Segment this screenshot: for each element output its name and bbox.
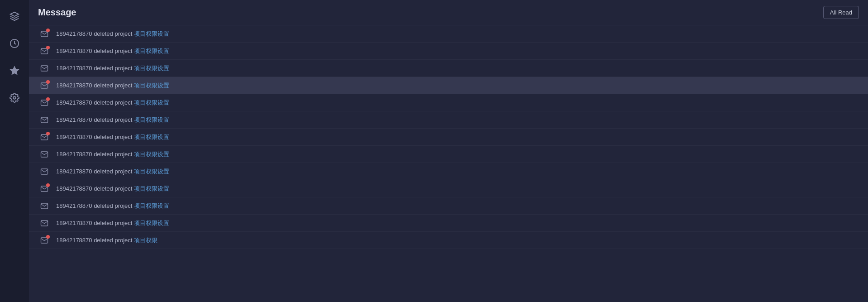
message-icon-wrap (38, 234, 51, 247)
message-icon-wrap (38, 131, 51, 144)
message-text: 18942178870 deleted project 项目权限设置 (56, 64, 169, 72)
message-row[interactable]: 18942178870 deleted project 项目权限设置 (29, 77, 868, 94)
message-link[interactable]: 项目权限设置 (134, 30, 169, 37)
message-row[interactable]: 18942178870 deleted project 项目权限设置 (29, 197, 868, 215)
message-row[interactable]: 18942178870 deleted project 项目权限设置 (29, 111, 868, 129)
message-text: 18942178870 deleted project 项目权限设置 (56, 116, 169, 124)
page-title: Message (38, 7, 76, 18)
message-icon-wrap (38, 182, 51, 195)
message-row[interactable]: 18942178870 deleted project 项目权限 (29, 232, 868, 249)
message-icon-wrap (38, 148, 51, 161)
unread-dot (46, 46, 50, 49)
unread-dot (46, 235, 50, 239)
message-link[interactable]: 项目权限设置 (134, 65, 169, 72)
header: Message All Read (29, 0, 868, 25)
main-content: Message All Read 18942178870 deleted pro… (29, 0, 868, 302)
message-text: 18942178870 deleted project 项目权限 (56, 236, 157, 244)
message-icon-wrap (38, 62, 51, 75)
message-row[interactable]: 18942178870 deleted project 项目权限设置 (29, 163, 868, 180)
message-text: 18942178870 deleted project 项目权限设置 (56, 150, 169, 158)
message-row[interactable]: 18942178870 deleted project 项目权限设置 (29, 43, 868, 60)
svg-marker-0 (10, 12, 19, 16)
message-link[interactable]: 项目权限设置 (134, 99, 169, 106)
message-text: 18942178870 deleted project 项目权限设置 (56, 168, 169, 176)
message-row[interactable]: 18942178870 deleted project 项目权限设置 (29, 146, 868, 163)
message-text: 18942178870 deleted project 项目权限设置 (56, 185, 169, 193)
message-text: 18942178870 deleted project 项目权限设置 (56, 99, 169, 107)
message-icon-wrap (38, 79, 51, 92)
all-read-button[interactable]: All Read (823, 6, 859, 19)
message-text: 18942178870 deleted project 项目权限设置 (56, 81, 169, 90)
settings-icon[interactable] (5, 89, 24, 107)
svg-marker-2 (10, 67, 19, 74)
message-row[interactable]: 18942178870 deleted project 项目权限设置 (29, 60, 868, 77)
message-icon-wrap (38, 217, 51, 230)
message-icon-wrap (38, 114, 51, 126)
unread-dot (46, 132, 50, 135)
message-icon-wrap (38, 200, 51, 212)
message-link[interactable]: 项目权限设置 (134, 82, 169, 89)
message-link[interactable]: 项目权限设置 (134, 168, 169, 175)
clock-icon[interactable] (5, 34, 24, 53)
message-text: 18942178870 deleted project 项目权限设置 (56, 47, 169, 55)
message-row[interactable]: 18942178870 deleted project 项目权限设置 (29, 94, 868, 111)
message-link[interactable]: 项目权限设置 (134, 151, 169, 158)
svg-point-3 (13, 96, 16, 99)
message-row[interactable]: 18942178870 deleted project 项目权限设置 (29, 180, 868, 197)
unread-dot (46, 29, 50, 32)
message-icon-wrap (38, 96, 51, 109)
sidebar (0, 0, 29, 302)
message-text: 18942178870 deleted project 项目权限设置 (56, 133, 169, 141)
message-icon-wrap (38, 165, 51, 178)
message-text: 18942178870 deleted project 项目权限设置 (56, 30, 169, 38)
message-row[interactable]: 18942178870 deleted project 项目权限设置 (29, 215, 868, 232)
message-link[interactable]: 项目权限设置 (134, 48, 169, 54)
unread-dot (46, 183, 50, 187)
message-link[interactable]: 项目权限设置 (134, 134, 169, 140)
unread-dot (46, 80, 50, 84)
message-icon-wrap (38, 45, 51, 58)
message-list: 18942178870 deleted project 项目权限设置 18942… (29, 25, 868, 302)
message-link[interactable]: 项目权限设置 (134, 185, 169, 192)
message-text: 18942178870 deleted project 项目权限设置 (56, 219, 169, 227)
message-row[interactable]: 18942178870 deleted project 项目权限设置 (29, 25, 868, 43)
message-text: 18942178870 deleted project 项目权限设置 (56, 202, 169, 210)
message-link[interactable]: 项目权限设置 (134, 202, 169, 209)
message-link[interactable]: 项目权限设置 (134, 220, 169, 226)
star-icon[interactable] (5, 62, 24, 80)
message-icon-wrap (38, 28, 51, 40)
message-link[interactable]: 项目权限 (134, 237, 157, 244)
message-link[interactable]: 项目权限设置 (134, 116, 169, 123)
unread-dot (46, 97, 50, 101)
layers-icon[interactable] (5, 7, 24, 25)
message-row[interactable]: 18942178870 deleted project 项目权限设置 (29, 129, 868, 146)
